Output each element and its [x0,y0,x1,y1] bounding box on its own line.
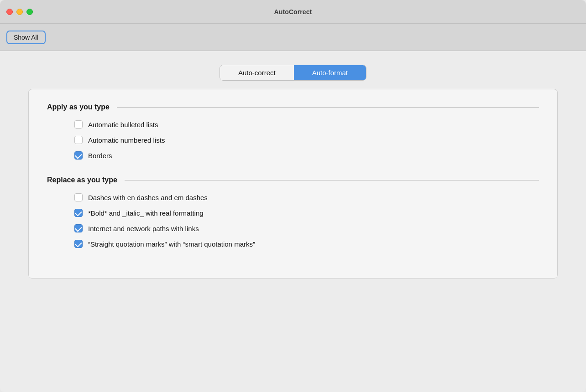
title-bar: AutoCorrect [0,0,586,24]
list-item: “Straight quotation marks” with “smart q… [74,240,539,248]
maximize-button[interactable] [26,9,33,15]
tab-auto-format[interactable]: Auto-format [294,65,366,80]
internet-paths-checkbox[interactable] [74,224,83,232]
bold-italic-checkbox[interactable] [74,209,83,217]
list-item: Automatic numbered lists [74,136,539,144]
apply-checkbox-group: Automatic bulleted lists Automatic numbe… [74,120,539,160]
auto-numbered-lists-label: Automatic numbered lists [88,136,165,144]
apply-section-divider [117,107,539,108]
internet-paths-label: Internet and network paths with links [88,225,199,232]
dashes-label: Dashes with en dashes and em dashes [88,194,208,201]
window: AutoCorrect Show All Auto-correct Auto-f… [0,0,586,392]
close-button[interactable] [6,9,13,15]
replace-section-divider [125,180,539,181]
replace-section-title: Replace as you type [47,176,117,184]
dashes-checkbox[interactable] [74,193,83,201]
auto-bulleted-lists-label: Automatic bulleted lists [88,121,158,129]
replace-checkbox-group: Dashes with en dashes and em dashes *Bol… [74,193,539,248]
apply-section-title: Apply as you type [47,103,110,111]
borders-checkbox[interactable] [74,151,83,160]
bold-italic-label: *Bold* and _italic_ with real formatting [88,209,204,217]
traffic-lights [6,9,33,15]
toolbar: Show All [0,24,586,51]
quotation-marks-label: “Straight quotation marks” with “smart q… [88,240,255,248]
borders-label: Borders [88,152,112,160]
show-all-button[interactable]: Show All [6,31,46,44]
auto-numbered-lists-checkbox[interactable] [74,136,83,144]
settings-panel: Apply as you type Automatic bulleted lis… [28,89,558,279]
list-item: Dashes with en dashes and em dashes [74,193,539,201]
list-item: Borders [74,151,539,160]
tab-auto-correct[interactable]: Auto-correct [220,65,294,80]
auto-bulleted-lists-checkbox[interactable] [74,120,83,129]
minimize-button[interactable] [16,9,23,15]
window-title: AutoCorrect [274,8,312,15]
tabs-container: Auto-correct Auto-format [220,65,366,81]
apply-section-header: Apply as you type [47,103,539,111]
replace-section-header: Replace as you type [47,176,539,184]
list-item: Internet and network paths with links [74,224,539,232]
content-area: Auto-correct Auto-format Apply as you ty… [0,51,586,392]
list-item: *Bold* and _italic_ with real formatting [74,209,539,217]
list-item: Automatic bulleted lists [74,120,539,129]
quotation-marks-checkbox[interactable] [74,240,83,248]
